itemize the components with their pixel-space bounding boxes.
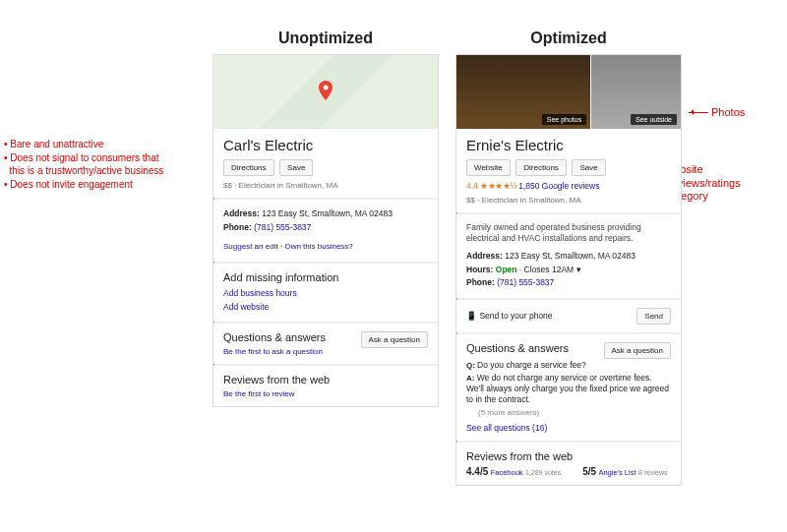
qa-answer: We do not charge any service or overtime… [466, 373, 671, 405]
see-outside-button[interactable]: See outside [631, 114, 677, 125]
save-button[interactable]: Save [572, 159, 605, 176]
save-button[interactable]: Save [279, 159, 313, 176]
ask-question-button[interactable]: Ask a question [604, 342, 671, 359]
see-photos-button[interactable]: See photos [542, 114, 586, 125]
qa-first-link[interactable]: Be the first to ask a question [223, 347, 428, 356]
web-review-fb[interactable]: 4.4/5 Facebook 1,289 votes [466, 466, 561, 477]
photo-row: See photos See outside [456, 55, 681, 129]
own-business-link[interactable]: Own this business? [284, 242, 352, 251]
ann-photos: Photos [689, 106, 745, 118]
ann-item: Does not signal to consumers that this i… [4, 151, 163, 178]
address-row: Address: 123 Easy St, Smalltown, MA 0248… [223, 207, 428, 221]
add-website-link[interactable]: Add website [223, 301, 428, 315]
website-button[interactable]: Website [466, 159, 511, 176]
ann-item: Bare and unattractive [4, 138, 163, 151]
web-reviews-row: 4.4/5 Facebook 1,289 votes 5/5 Angie's L… [466, 466, 671, 477]
stars-icon: ★★★★½ [480, 181, 516, 191]
business-name: Carl's Electric [223, 137, 428, 153]
optimized-panel: See photos See outside Ernie's Electric … [455, 54, 682, 486]
exterior-photo[interactable]: See outside [591, 55, 681, 129]
svg-point-0 [324, 85, 329, 89]
price-category: $$ · Electrician in Smalltown, MA [223, 181, 428, 190]
add-hours-link[interactable]: Add business hours [223, 287, 428, 301]
hours-row[interactable]: Hours: Open · Closes 12AM ▾ [466, 264, 671, 277]
missing-info-title: Add missing information [223, 271, 428, 283]
directions-button[interactable]: Directions [223, 159, 274, 176]
map-pin-icon [319, 81, 333, 100]
reviews-link[interactable]: 1,850 Google reviews [518, 181, 599, 191]
web-reviews-title: Reviews from the web [223, 374, 428, 385]
more-answers[interactable]: (5 more answers) [478, 408, 671, 417]
phone-row: Phone: (781) 555-3837 [466, 276, 671, 290]
web-reviews-title: Reviews from the web [466, 450, 671, 462]
heading-unoptimized: Unoptimized [212, 30, 439, 47]
phone-link[interactable]: (781) 555-3837 [497, 277, 554, 287]
first-review-link[interactable]: Be the first to review [223, 389, 428, 398]
ann-item: Does not invite engagement [4, 178, 163, 192]
address-row: Address: 123 Easy St, Smalltown, MA 0248… [466, 250, 671, 264]
send-button[interactable]: Send [636, 308, 671, 325]
business-name: Ernie's Electric [466, 137, 671, 153]
unoptimized-annotations: Bare and unattractive Does not signal to… [4, 138, 163, 191]
see-all-questions-link[interactable]: See all questions (16) [466, 423, 671, 433]
phone-row: Phone: (781) 555-3837 [223, 221, 428, 235]
rating-row: 4.4 ★★★★½ 1,850 Google reviews [466, 181, 671, 191]
interior-photo[interactable]: See photos [456, 55, 590, 129]
phone-link[interactable]: (781) 555-3837 [254, 222, 311, 232]
web-review-angies[interactable]: 5/5 Angie's List 8 reviews [582, 466, 667, 477]
unoptimized-panel: Carl's Electric Directions Save $$ · Ele… [212, 54, 439, 407]
suggest-edit-link[interactable]: Suggest an edit [223, 242, 278, 251]
send-to-phone-label: 📱 Send to your phone [466, 311, 553, 321]
qa-question: Do you charge a service fee? [466, 359, 671, 373]
price-category: $$ · Electrician in Smalltown, MA [466, 196, 671, 205]
business-description: Family owned and operated business provi… [466, 222, 671, 245]
map-thumbnail[interactable] [213, 55, 438, 129]
directions-button[interactable]: Directions [515, 159, 567, 176]
ask-question-button[interactable]: Ask a question [361, 331, 428, 348]
heading-optimized: Optimized [455, 30, 682, 47]
